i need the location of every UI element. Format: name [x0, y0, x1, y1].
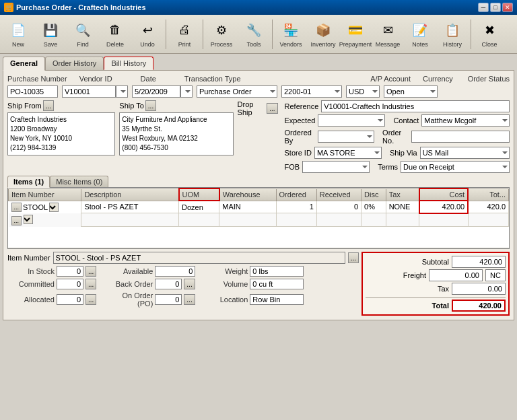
committed-label: Committed	[7, 280, 55, 288]
store-id-label: Store ID	[285, 149, 312, 157]
purchase-number-field[interactable]	[7, 85, 58, 98]
expected-select[interactable]	[318, 114, 385, 127]
contact-select[interactable]: Matthew Mcgolf	[421, 114, 510, 127]
undo-button[interactable]: ↩ Undo	[132, 17, 163, 52]
back-order-ellipsis[interactable]: ...	[184, 279, 195, 289]
date-dropdown[interactable]	[180, 85, 193, 98]
tab-section: General Order History Bill History Purch…	[3, 57, 514, 320]
prepayment-button[interactable]: 💳 Prepayment	[340, 17, 371, 52]
ship-from-ellipsis[interactable]: ...	[43, 100, 54, 111]
date-field[interactable]	[132, 85, 180, 98]
new-button[interactable]: 📄 New	[3, 17, 34, 52]
process-button[interactable]: ⚙ Process	[206, 17, 237, 52]
reference-field[interactable]	[321, 100, 510, 112]
empty-row[interactable]: ...	[9, 213, 509, 227]
window-close-button[interactable]: ✕	[502, 3, 513, 12]
toolbar: 📄 New 💾 Save 🔍 Find 🗑 Delete ↩ Undo 🖨 Pr…	[0, 15, 517, 54]
tab-order-history[interactable]: Order History	[45, 57, 104, 70]
committed-val[interactable]	[57, 279, 83, 289]
print-button[interactable]: 🖨 Print	[169, 17, 200, 52]
tab-items[interactable]: Items (1)	[7, 176, 50, 188]
vendor-id-dropdown[interactable]	[116, 85, 128, 98]
in-stock-ellipsis[interactable]: ...	[85, 266, 96, 277]
prepayment-label: Prepayment	[339, 41, 372, 48]
subtotal-row: Subtotal	[366, 256, 506, 268]
store-id-select[interactable]: MA STORE	[314, 147, 382, 159]
ship-to-text: Ship To	[119, 102, 144, 110]
in-stock-val[interactable]	[57, 266, 83, 277]
tax-label: Tax	[402, 285, 449, 293]
freight-val[interactable]	[429, 269, 483, 281]
bottom-right: Subtotal Freight Tax Total	[361, 252, 510, 316]
tab-misc-items[interactable]: Misc Items (0)	[50, 176, 108, 187]
order-no-field[interactable]	[411, 131, 510, 143]
tools-button[interactable]: 🔧 Tools	[238, 17, 269, 52]
delete-button[interactable]: 🗑 Delete	[100, 17, 131, 52]
fob-terms-row: FOB Terms Due on Receipt	[285, 161, 510, 173]
ship-via-select[interactable]: US Mail	[420, 147, 510, 159]
item-ellipsis[interactable]: ...	[11, 203, 22, 212]
col-tax: Tax	[386, 188, 419, 201]
items-scroll[interactable]: Item Number Description UOM Warehouse Or…	[8, 188, 509, 248]
tab-bill-history[interactable]: Bill History	[104, 57, 153, 70]
location-val[interactable]	[250, 294, 304, 305]
vendor-id-field[interactable]	[62, 85, 116, 98]
on-order-val[interactable]	[155, 294, 182, 305]
available-val[interactable]	[155, 266, 195, 277]
subtotal-val[interactable]	[452, 256, 506, 268]
in-stock-row: In Stock ... Available	[7, 266, 195, 277]
minimize-button[interactable]: ─	[478, 3, 489, 12]
item-dropdown[interactable]	[49, 203, 59, 212]
tax-row: Tax	[366, 283, 506, 295]
ordered-by-select[interactable]	[318, 131, 374, 143]
volume-val[interactable]	[250, 279, 304, 289]
find-button[interactable]: 🔍 Find	[67, 17, 98, 52]
weight-row: Weight	[201, 266, 359, 277]
drop-ship-ellipsis[interactable]: ...	[267, 103, 277, 114]
notes-button[interactable]: 📝 Notes	[405, 17, 436, 52]
total-row: Total	[366, 298, 506, 312]
order-status-select[interactable]: Open	[384, 85, 438, 98]
history-button[interactable]: 📋 History	[437, 17, 468, 52]
allocated-val[interactable]	[57, 294, 83, 305]
weight-label: Weight	[201, 267, 248, 275]
cell-warehouse: MAIN	[219, 201, 276, 213]
terms-label: Terms	[378, 163, 398, 171]
save-label: Save	[44, 41, 58, 48]
allocated-ellipsis[interactable]: ...	[85, 294, 96, 305]
ap-account-select[interactable]: 2200-01	[281, 85, 342, 98]
new-item-dropdown[interactable]	[24, 215, 33, 224]
currency-select[interactable]: USD	[346, 85, 380, 98]
weight-val[interactable]	[250, 266, 304, 277]
message-button[interactable]: ✉ Message	[372, 17, 403, 52]
history-icon: 📋	[443, 21, 462, 40]
tab-general[interactable]: General	[3, 57, 45, 71]
freight-nc[interactable]	[485, 269, 506, 281]
total-val[interactable]	[452, 300, 506, 312]
back-order-val[interactable]	[155, 279, 182, 289]
save-button[interactable]: 💾 Save	[35, 17, 66, 52]
currency-label: Currency	[423, 75, 453, 83]
maximize-button[interactable]: □	[490, 3, 501, 12]
location-label: Location	[201, 295, 248, 304]
ship-to-ellipsis[interactable]: ...	[145, 100, 156, 111]
committed-ellipsis[interactable]: ...	[85, 279, 96, 289]
cell-description: Stool - PS AZET	[81, 201, 179, 213]
trans-type-select[interactable]: Purchase Order	[197, 85, 277, 98]
on-order-ellipsis[interactable]: ...	[184, 294, 195, 305]
new-item-ellipsis[interactable]: ...	[11, 216, 22, 225]
items-panel: Item Number Description UOM Warehouse Or…	[7, 187, 510, 249]
tax-val[interactable]	[452, 283, 506, 295]
detail-grid: In Stock ... Available Weight	[7, 266, 359, 308]
item-num-field[interactable]	[53, 252, 345, 264]
item-num-ellipsis[interactable]: ...	[348, 252, 359, 263]
vendors-button[interactable]: 🏪 Vendors	[275, 17, 306, 52]
close-button[interactable]: ✖ Close	[474, 17, 505, 52]
table-row[interactable]: ... STOOL Stool - PS AZET Dozen MAIN 1 0	[9, 201, 509, 213]
fob-select[interactable]	[302, 161, 370, 173]
inventory-button[interactable]: 📦 Inventory	[308, 17, 339, 52]
terms-select[interactable]: Due on Receipt	[401, 161, 510, 173]
form-row-1: Purchase Number Vendor ID Date Transacti…	[7, 75, 510, 83]
on-order-label: On Order (PO)	[106, 291, 153, 308]
title-bar-left: 🛒 Purchase Order - Craftech Industries	[4, 3, 146, 12]
